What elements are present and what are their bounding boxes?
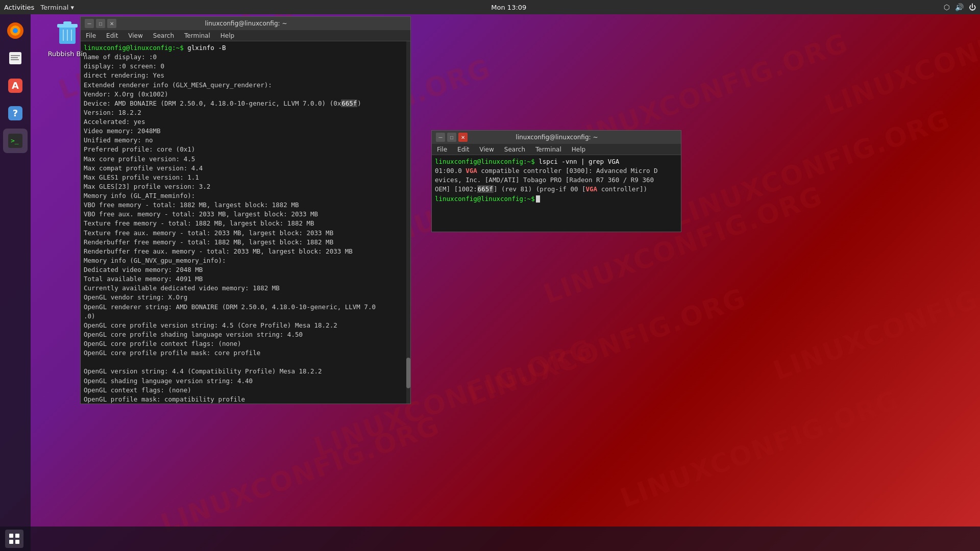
- terminal-2-close-button[interactable]: ✕: [458, 133, 468, 142]
- terminal-1-title: linuxconfig@linuxconfig: ~: [116, 20, 376, 27]
- topbar: Activities Terminal ▾ Mon 13:09 ⬡ 🔊 ⏻: [0, 0, 980, 14]
- terminal-1-body[interactable]: linuxconfig@linuxconfig:~$ glxinfo -B na…: [81, 41, 410, 404]
- trash-icon: [53, 17, 82, 46]
- files-icon: [6, 49, 24, 67]
- terminal-2-menu-terminal[interactable]: Terminal: [530, 144, 567, 155]
- grid-icon: [9, 533, 20, 544]
- svg-text:?: ?: [13, 108, 18, 118]
- svg-text:>_: >_: [11, 137, 19, 144]
- terminal-2-menu-file[interactable]: File: [432, 144, 452, 155]
- terminal-2-titlebar: ─ □ ✕ linuxconfig@linuxconfig: ~: [432, 131, 681, 144]
- firefox-icon: [6, 21, 24, 40]
- sound-icon[interactable]: 🔊: [955, 3, 964, 11]
- terminal-1-menu-search[interactable]: Search: [148, 30, 179, 41]
- sidebar-item-terminal[interactable]: >_: [3, 129, 28, 153]
- terminal-window-1: ─ □ ✕ linuxconfig@linuxconfig: ~ File Ed…: [80, 16, 411, 404]
- terminal-2-controls: ─ □ ✕: [436, 133, 468, 142]
- terminal-2-menu-search[interactable]: Search: [499, 144, 530, 155]
- svg-rect-21: [9, 540, 13, 544]
- terminal-menu-label: Terminal ▾: [40, 4, 74, 11]
- svg-rect-19: [9, 534, 13, 538]
- sidebar-item-firefox[interactable]: [3, 18, 28, 43]
- rubbish-bin-desktop-icon[interactable]: Rubbish Bin: [32, 15, 103, 58]
- terminal-2-menu-edit[interactable]: Edit: [452, 144, 474, 155]
- terminal-sidebar-icon: >_: [6, 132, 24, 150]
- terminal-1-close-button[interactable]: ✕: [107, 19, 116, 28]
- svg-text:A: A: [12, 80, 19, 91]
- topbar-left: Activities Terminal ▾: [4, 4, 74, 11]
- svg-rect-22: [15, 540, 19, 544]
- sidebar-item-software[interactable]: A: [3, 73, 28, 98]
- terminal-2-minimize-button[interactable]: ─: [436, 133, 445, 142]
- power-icon[interactable]: ⏻: [969, 3, 976, 11]
- terminal-1-scrollbar-thumb[interactable]: [406, 358, 410, 388]
- topbar-clock: Mon 13:09: [491, 4, 526, 11]
- help-icon: ?: [6, 104, 24, 122]
- terminal-1-menu-help[interactable]: Help: [215, 30, 239, 41]
- terminal-1-titlebar: ─ □ ✕ linuxconfig@linuxconfig: ~: [81, 17, 410, 30]
- sidebar-item-files[interactable]: [3, 46, 28, 70]
- network-icon[interactable]: ⬡: [944, 3, 950, 11]
- svg-point-2: [13, 28, 18, 33]
- terminal-menu-button[interactable]: Terminal ▾: [40, 4, 74, 11]
- show-apps-button[interactable]: [5, 530, 23, 548]
- terminal-2-maximize-button[interactable]: □: [447, 133, 456, 142]
- terminal-2-title: linuxconfig@linuxconfig: ~: [468, 134, 646, 141]
- svg-rect-20: [15, 534, 19, 538]
- svg-rect-6: [11, 59, 19, 60]
- terminal-1-menu-edit[interactable]: Edit: [101, 30, 123, 41]
- sidebar: A ? >_: [0, 14, 31, 551]
- svg-rect-4: [11, 55, 20, 56]
- svg-rect-15: [63, 21, 71, 24]
- terminal-2-menu-view[interactable]: View: [474, 144, 499, 155]
- svg-rect-5: [11, 57, 18, 58]
- sidebar-item-help[interactable]: ?: [3, 101, 28, 126]
- terminal-1-menubar: File Edit View Search Terminal Help: [81, 30, 410, 41]
- topbar-right: ⬡ 🔊 ⏻: [944, 3, 976, 11]
- bottom-dock: [0, 527, 980, 551]
- terminal-1-scrollbar[interactable]: [406, 41, 410, 404]
- software-icon: A: [6, 77, 24, 95]
- terminal-2-body[interactable]: linuxconfig@linuxconfig:~$ lspci -vnn | …: [432, 155, 681, 232]
- cursor: [536, 195, 540, 203]
- terminal-2-menubar: File Edit View Search Terminal Help: [432, 144, 681, 155]
- terminal-window-2: ─ □ ✕ linuxconfig@linuxconfig: ~ File Ed…: [431, 130, 681, 232]
- svg-rect-14: [57, 24, 78, 28]
- terminal-2-menu-help[interactable]: Help: [567, 144, 591, 155]
- terminal-1-menu-view[interactable]: View: [123, 30, 148, 41]
- rubbish-bin-icon[interactable]: [51, 15, 84, 48]
- activities-button[interactable]: Activities: [4, 4, 34, 11]
- rubbish-bin-label: Rubbish Bin: [48, 50, 87, 58]
- terminal-1-menu-terminal[interactable]: Terminal: [179, 30, 215, 41]
